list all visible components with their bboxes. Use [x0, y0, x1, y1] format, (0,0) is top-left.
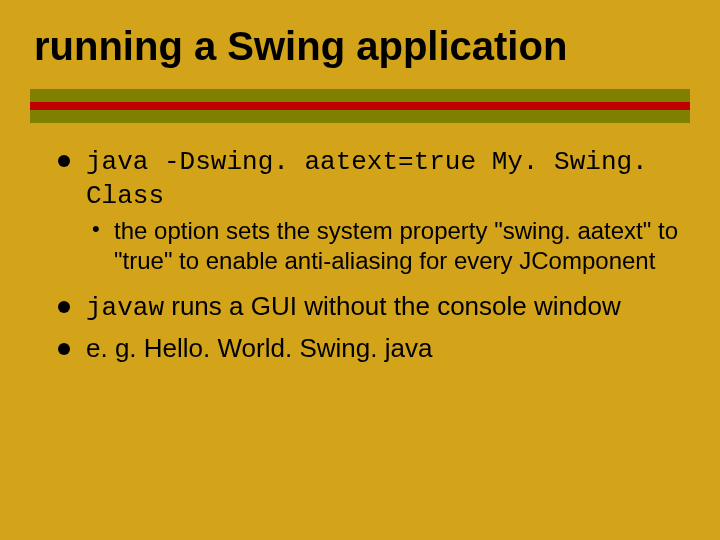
bullet-1: java -Dswing. aatext=true My. Swing. Cla… [56, 145, 690, 275]
bullet-1-sublist: the option sets the system property "swi… [92, 216, 690, 275]
slide-title: running a Swing application [34, 24, 690, 69]
bullet-2-code: javaw [86, 293, 164, 323]
divider-bar [30, 89, 690, 123]
content-area: java -Dswing. aatext=true My. Swing. Cla… [30, 145, 690, 364]
bullet-list: java -Dswing. aatext=true My. Swing. Cla… [56, 145, 690, 364]
divider-red [30, 102, 690, 110]
bullet-2: javaw runs a GUI without the console win… [56, 291, 690, 325]
bullet-1-code: java -Dswing. aatext=true My. Swing. Cla… [86, 147, 648, 211]
slide: running a Swing application java -Dswing… [0, 0, 720, 540]
bullet-1-sub: the option sets the system property "swi… [92, 216, 690, 275]
spacer [56, 283, 690, 291]
bullet-2-rest: runs a GUI without the console window [164, 291, 621, 321]
bullet-3: e. g. Hello. World. Swing. java [56, 333, 690, 365]
